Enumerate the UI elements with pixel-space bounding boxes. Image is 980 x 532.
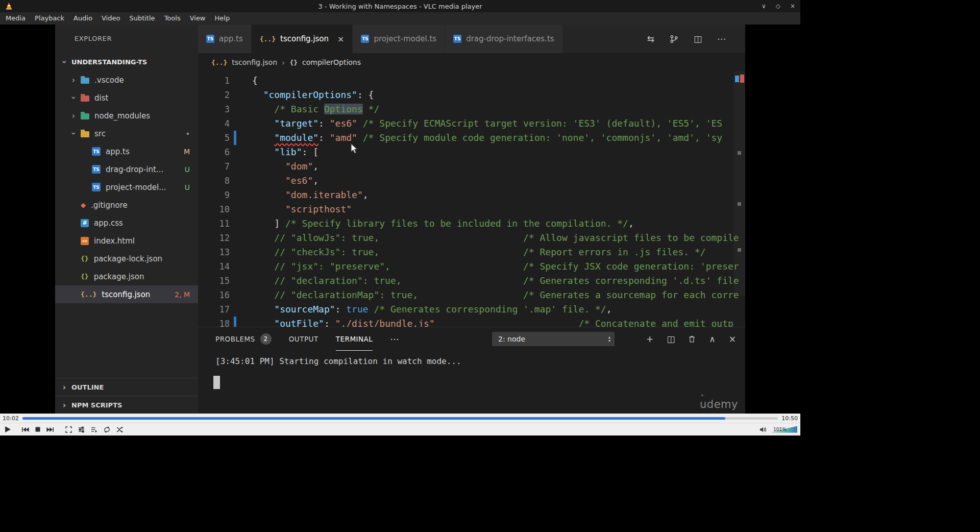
tree-item-project-model[interactable]: ›TSproject-model...U (55, 178, 198, 196)
playlist-button[interactable] (89, 424, 99, 435)
terminal-content[interactable]: [3:45:01 PM] Starting compilation in wat… (198, 351, 745, 389)
explorer-sidebar: EXPLORER › UNDERSTANDING-TS ›.vscode›dis… (55, 25, 198, 414)
folder-icon (81, 78, 89, 84)
vlc-titlebar[interactable]: 3 - Working with Namespaces - VLC media … (0, 0, 800, 12)
terminal-picker-dropdown[interactable]: 2: node ▴▾ (492, 332, 615, 346)
git-status-badge: 2, M (175, 291, 190, 299)
line-number: 3 (198, 102, 230, 116)
close-tab-icon[interactable]: × (337, 34, 344, 44)
line-number: 10 (198, 202, 230, 216)
tab-app-ts[interactable]: TSapp.ts (198, 25, 252, 53)
kill-terminal-icon[interactable] (688, 335, 696, 343)
video-area[interactable]: EXPLORER › UNDERSTANDING-TS ›.vscode›dis… (0, 25, 800, 414)
tab-label: project-model.ts (374, 34, 436, 43)
code-line: 1{ (198, 74, 745, 88)
npm-scripts-label: NPM SCRIPTS (71, 401, 122, 409)
outline-section[interactable]: › OUTLINE (55, 378, 198, 396)
panel-tab-problems[interactable]: PROBLEMS2 (215, 327, 272, 351)
css-file-icon: # (81, 219, 89, 227)
tree-item-app-ts[interactable]: ›TSapp.tsM (55, 142, 198, 160)
code-line: 4 "target": "es6" /* Specify ECMAScript … (198, 116, 745, 131)
tree-item-node-modules[interactable]: ›node_modules (55, 107, 198, 125)
git-status-badge: U (185, 183, 190, 191)
loop-button[interactable] (102, 424, 112, 435)
tree-item-package-json[interactable]: ›{}package.json (55, 268, 198, 285)
code-editor[interactable]: 1{2 "compilerOptions": {3 /* Basic Optio… (198, 71, 745, 327)
panel-more-icon[interactable]: ⋯ (390, 334, 399, 344)
line-number: 6 (198, 145, 230, 159)
chevron-right-icon: › (60, 400, 68, 410)
more-actions-icon[interactable]: ⋯ (717, 34, 726, 44)
new-terminal-icon[interactable]: + (646, 334, 653, 344)
menu-subtitle[interactable]: Subtitle (125, 12, 159, 25)
explorer-root-folder[interactable]: › UNDERSTANDING-TS (55, 53, 198, 71)
tree-item-vscode[interactable]: ›.vscode (55, 71, 198, 89)
tab-drag-drop-interfaces-ts[interactable]: TSdrag-drop-interfaces.ts (445, 25, 562, 53)
terminal-cursor (213, 376, 220, 389)
line-number: 18 (198, 317, 230, 327)
breadcrumb[interactable]: {..} tsconfig.json › {} compilerOptions (198, 53, 745, 71)
udemy-caret: ˆ (700, 394, 704, 403)
folder-icon (81, 95, 89, 102)
json-file-icon: {} (81, 255, 89, 262)
menu-view[interactable]: View (185, 12, 210, 25)
maximize-button[interactable]: ◇ (776, 0, 780, 12)
tree-item-index-html[interactable]: ›<>index.html (55, 232, 198, 250)
tree-item-src[interactable]: ›src• (55, 125, 198, 142)
html-file-icon: <> (81, 237, 89, 245)
split-terminal-icon[interactable]: ◫ (667, 334, 675, 344)
tree-item-app-css[interactable]: ›#app.css (55, 214, 198, 232)
menu-video[interactable]: Video (97, 12, 125, 25)
menu-media[interactable]: Media (1, 12, 30, 25)
problems-count-badge: 2 (260, 333, 272, 345)
editor-group: TSapp.ts{..}tsconfig.json×TSproject-mode… (198, 25, 745, 414)
minimap[interactable] (733, 71, 745, 296)
stop-button[interactable] (34, 424, 42, 435)
file-name: tsconfig.json (102, 290, 150, 299)
npm-scripts-section[interactable]: › NPM SCRIPTS (55, 396, 198, 414)
minimize-button[interactable]: ∨ (762, 0, 766, 12)
breadcrumb-separator: › (282, 58, 285, 67)
seek-bar[interactable] (22, 417, 778, 420)
tree-item-dist[interactable]: ›dist (55, 89, 198, 107)
menu-audio[interactable]: Audio (69, 12, 97, 25)
open-changes-icon[interactable]: ⇆ (647, 34, 654, 44)
typescript-file-icon: TS (92, 183, 101, 191)
panel-tab-terminal[interactable]: TERMINAL (336, 327, 373, 351)
breadcrumb-file[interactable]: tsconfig.json (232, 58, 277, 66)
git-compare-icon[interactable] (670, 35, 678, 43)
tree-item-package-lock-json[interactable]: ›{}package-lock.json (55, 250, 198, 268)
maximize-panel-icon[interactable]: ∧ (709, 334, 715, 344)
tree-item-gitignore[interactable]: ›◆.gitignore (55, 196, 198, 214)
volume-slider[interactable]: 101% (772, 426, 797, 433)
modified-line-marker (234, 317, 236, 327)
breadcrumb-symbol[interactable]: compilerOptions (302, 58, 361, 66)
line-number: 9 (198, 188, 230, 202)
close-button[interactable]: × (790, 0, 795, 12)
play-button[interactable] (3, 424, 13, 435)
tsconfig-file-icon: {..} (211, 59, 227, 66)
random-button[interactable] (115, 424, 125, 435)
tree-item-tsconfig-json[interactable]: ›{..}tsconfig.json2, M (55, 285, 198, 303)
tree-item-drag-drop-int[interactable]: ›TSdrag-drop-int...U (55, 160, 198, 178)
next-button[interactable] (45, 424, 56, 435)
file-name: src (94, 129, 106, 138)
fullscreen-button[interactable] (64, 424, 74, 435)
split-editor-icon[interactable]: ◫ (694, 34, 702, 44)
time-elapsed: 10:02 (3, 415, 19, 422)
code-line: 14 // "jsx": "preserve", /* Specify JSX … (198, 259, 745, 274)
volume-icon[interactable] (758, 424, 768, 435)
previous-button[interactable] (20, 424, 31, 435)
tab-project-model-ts[interactable]: TSproject-model.ts (353, 25, 445, 53)
extended-settings-button[interactable] (77, 424, 86, 435)
close-panel-icon[interactable]: × (729, 334, 736, 344)
code-line: 17 "sourceMap": true /* Generates corres… (198, 302, 745, 317)
tab-tsconfig-json[interactable]: {..}tsconfig.json× (252, 25, 353, 53)
bottom-panel: PROBLEMS2OUTPUTTERMINAL ⋯ 2: node ▴▾ + ◫ (198, 327, 745, 414)
panel-tab-output[interactable]: OUTPUT (289, 327, 318, 351)
menu-tools[interactable]: Tools (160, 12, 185, 25)
line-number: 2 (198, 88, 230, 102)
menu-help[interactable]: Help (210, 12, 235, 25)
menu-playback[interactable]: Playback (30, 12, 69, 25)
line-number: 7 (198, 159, 230, 174)
